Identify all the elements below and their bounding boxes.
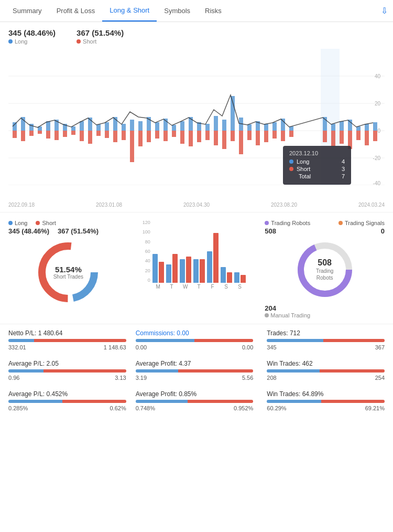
tab-profit-loss[interactable]: Profit & Loss	[49, 1, 103, 21]
tooltip-short-row: Short 3	[289, 166, 345, 172]
svg-rect-52	[54, 131, 59, 140]
bar-group-S1	[221, 267, 232, 283]
stats-comm-bar-red	[194, 339, 253, 342]
day-T1: T	[166, 284, 178, 290]
tab-risks[interactable]: Risks	[198, 1, 229, 21]
svg-rect-67	[180, 131, 184, 144]
svg-rect-22	[155, 122, 159, 131]
stats-avgprofit-bar-red	[178, 369, 254, 373]
tooltip-long-row: Long 4	[289, 158, 345, 165]
y-100: 100	[137, 229, 150, 235]
stats-wintrades-bar-blue	[267, 369, 320, 373]
svg-rect-47	[13, 131, 17, 138]
stats-avgprofit-pct-bar-blue	[136, 400, 188, 403]
stats-avgpl-title: Average P/L: 2.05	[8, 360, 126, 367]
svg-rect-59	[113, 131, 117, 142]
stats-avgpl-pct-bar	[8, 400, 126, 403]
stats-avgprofit-bar	[136, 369, 254, 373]
bar-S1-red	[227, 272, 232, 283]
stats-netto-vals: 332.01 1 148.63	[8, 344, 126, 350]
stats-avgprofit-pct: Average Profit: 0.85% 0.748% 0.952%	[136, 390, 254, 411]
svg-rect-55	[80, 131, 84, 141]
bar-W-blue	[180, 259, 185, 283]
day-T2: T	[193, 284, 205, 290]
robots-value: 508	[265, 227, 276, 235]
left-long-dot	[8, 221, 13, 225]
svg-rect-62	[138, 131, 143, 146]
stats-trades: Trades: 712 345 367	[267, 329, 385, 350]
bar-S1-blue	[221, 267, 226, 283]
center-panel: 120 100 80 60 40 20 0	[133, 220, 261, 318]
svg-rect-28	[205, 124, 210, 131]
y-axis-day: 120 100 80 60 40 20 0	[137, 220, 150, 283]
right-donut-value: 508	[309, 258, 341, 268]
svg-rect-42	[340, 121, 344, 131]
donut-pct: 51.54%	[53, 265, 83, 274]
tab-long-short[interactable]: Long & Short	[102, 0, 157, 22]
stats-trades-bar	[267, 339, 385, 342]
stats-trades-bar-blue	[267, 339, 323, 342]
stats-avgpl-pct-bar-blue	[8, 400, 62, 403]
bar-F-blue	[207, 251, 212, 283]
y-120: 120	[137, 220, 150, 225]
stats-section: Netto P/L: 1 480.64 332.01 1 148.63 Aver…	[0, 324, 393, 419]
left-short-dot	[36, 221, 40, 225]
bar-T2-red	[200, 259, 205, 283]
day-S1: S	[221, 284, 232, 290]
stats-avgpl-vals: 0.96 3.13	[8, 375, 126, 381]
svg-text:40: 40	[375, 73, 381, 79]
svg-rect-25	[180, 121, 184, 131]
svg-rect-71	[214, 131, 218, 145]
short-label: Short	[77, 38, 124, 45]
stats-avgprofit-pct-bar	[136, 400, 254, 403]
svg-rect-33	[247, 124, 252, 131]
manual-trading-value: 204	[265, 304, 385, 312]
tab-symbols[interactable]: Symbols	[157, 1, 198, 21]
left-legend-long: Long	[8, 220, 27, 226]
svg-rect-12	[71, 126, 75, 131]
svg-rect-54	[71, 131, 75, 135]
left-short-stat: 367 (51.54%)	[58, 227, 99, 235]
signals-value: 0	[381, 227, 385, 235]
bar-S2-blue	[234, 272, 239, 283]
svg-rect-43	[348, 120, 352, 131]
svg-rect-77	[264, 131, 268, 142]
main-chart[interactable]: 40 20 0 -20 -40 2023.12.10 Long 4 Short …	[0, 49, 393, 201]
bar-T1-red	[172, 254, 178, 283]
right-donut: 508 Trading Robots	[293, 238, 356, 301]
stats-avgprofit-pct-title: Average Profit: 0.85%	[136, 390, 254, 398]
stats-col-2: Commissions: 0.00 0.00 0.00 Average Prof…	[132, 329, 258, 413]
svg-rect-70	[205, 131, 210, 140]
left-legend-short: Short	[36, 220, 56, 226]
svg-rect-83	[340, 131, 344, 144]
stats-avgpl-pct-bar-red	[62, 400, 126, 403]
stats-wintrades-bar	[267, 369, 385, 373]
stats-wintrades-pct-bar	[267, 400, 385, 403]
y-20: 20	[137, 268, 150, 273]
x-label-0: 2022.09.18	[8, 202, 35, 208]
stats-netto-title: Netto P/L: 1 480.64	[8, 329, 126, 337]
download-icon[interactable]: ⇩	[381, 6, 388, 16]
tab-summary[interactable]: Summary	[5, 1, 49, 21]
bar-group-S2	[234, 272, 246, 283]
stats-avgpl: Average P/L: 2.05 0.96 3.13	[8, 360, 126, 381]
x-label-4: 2024.03.24	[358, 202, 385, 208]
svg-rect-49	[29, 131, 34, 136]
svg-rect-48	[21, 131, 25, 141]
stats-wintrades-pct-vals: 60.29% 69.21%	[267, 405, 385, 411]
bar-M-red	[159, 262, 164, 283]
svg-rect-61	[130, 131, 134, 162]
stats-wintrades-pct-bar-blue	[267, 400, 321, 403]
stats-trades-bar-red	[323, 339, 385, 342]
robots-dot	[265, 221, 269, 225]
signals-dot	[339, 221, 343, 225]
stats-netto-bar-red	[34, 339, 126, 342]
svg-rect-18	[122, 124, 126, 131]
tab-bar: Summary Profit & Loss Long & Short Symbo…	[0, 0, 393, 22]
svg-rect-13	[80, 121, 84, 131]
stats-comm-vals: 0.00 0.00	[136, 344, 254, 350]
svg-rect-75	[247, 131, 252, 140]
svg-rect-81	[323, 131, 327, 142]
x-label-2: 2023.04.30	[183, 202, 210, 208]
y-80: 80	[137, 239, 150, 244]
